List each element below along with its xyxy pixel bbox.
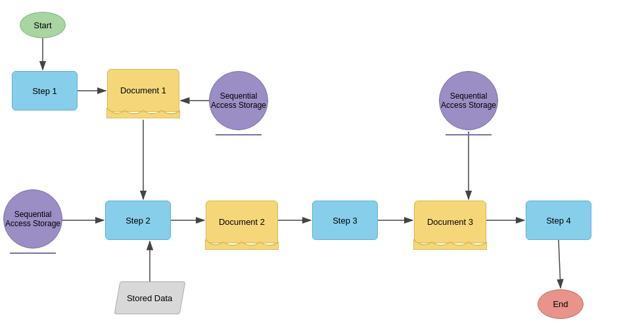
storage2-label: SequentialAccess Storage	[5, 210, 60, 228]
doc1-wave	[106, 108, 180, 118]
doc2-wrap: Document 2	[206, 201, 278, 250]
doc3-box: Document 3	[414, 201, 486, 243]
step4-label: Step 4	[546, 216, 571, 226]
step3-label: Step 3	[333, 216, 357, 226]
diagram: Start Step 1 Document 1 SequentialAccess…	[0, 0, 644, 336]
end-label: End	[553, 299, 568, 309]
doc1-wrap: Document 1	[107, 69, 179, 118]
stored-data-node: Stored Data	[114, 281, 186, 314]
doc3-wrap: Document 3	[414, 201, 486, 250]
doc1-box: Document 1	[107, 69, 179, 112]
start-node: Start	[20, 12, 66, 38]
step2-label: Step 2	[126, 216, 150, 226]
step4-node: Step 4	[526, 201, 591, 240]
doc3-label: Document 3	[427, 217, 473, 227]
step1-label: Step 1	[32, 86, 57, 96]
storage3-decoration	[446, 133, 492, 135]
doc1-label: Document 1	[120, 85, 166, 95]
step2-node: Step 2	[105, 201, 171, 240]
step1-node: Step 1	[12, 71, 78, 110]
stored-data-label: Stored Data	[127, 293, 172, 303]
svg-line-11	[559, 240, 561, 288]
storage2-decoration	[10, 251, 56, 254]
doc3-wave	[413, 239, 487, 250]
storage2-node: SequentialAccess Storage	[3, 189, 62, 249]
step3-node: Step 3	[312, 201, 378, 240]
doc2-label: Document 2	[219, 217, 265, 227]
arrows-svg	[0, 0, 644, 336]
storage3-node: SequentialAccess Storage	[439, 71, 498, 130]
start-label: Start	[34, 20, 51, 30]
storage1-node: SequentialAccess Storage	[209, 71, 268, 130]
doc2-wave	[205, 239, 279, 250]
storage1-label: SequentialAccess Storage	[211, 91, 266, 110]
storage1-decoration	[216, 133, 262, 135]
storage3-label: SequentialAccess Storage	[441, 91, 496, 110]
end-node: End	[538, 289, 584, 319]
doc2-box: Document 2	[206, 201, 278, 243]
